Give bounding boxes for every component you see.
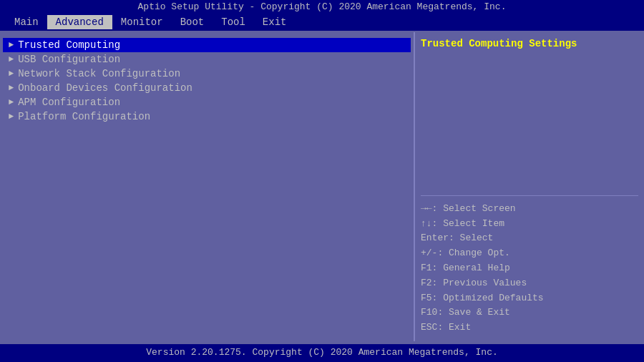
menu-entry-network[interactable]: ► Network Stack Configuration <box>3 67 411 81</box>
entry-label-usb: USB Configuration <box>18 54 120 65</box>
key-help-line-8: F10: Save & Exit <box>421 305 638 321</box>
footer: Version 2.20.1275. Copyright (C) 2020 Am… <box>0 343 644 361</box>
left-panel: ► Trusted Computing ► USB Configuration … <box>0 32 415 341</box>
right-panel: Trusted Computing Settings →←: Select Sc… <box>415 32 644 341</box>
menu-item-boot[interactable]: Boot <box>172 15 213 29</box>
menu-item-main[interactable]: Main <box>6 15 47 29</box>
arrow-icon: ► <box>9 40 14 50</box>
key-help-line-4: +/-: Change Opt. <box>421 246 638 261</box>
entry-label-onboard: Onboard Devices Configuration <box>18 82 192 94</box>
arrow-icon-usb: ► <box>9 54 14 64</box>
right-divider <box>421 195 638 196</box>
menu-entry-platform[interactable]: ► Platform Configuration <box>3 109 411 124</box>
entry-label-trusted: Trusted Computing <box>18 39 120 51</box>
title-bar: Aptio Setup Utility - Copyright (C) 2020… <box>0 0 644 14</box>
menu-item-advanced[interactable]: Advanced <box>47 15 112 29</box>
arrow-icon-apm: ► <box>9 97 14 107</box>
menu-item-exit[interactable]: Exit <box>254 15 296 29</box>
key-help-line-2: ↑↓: Select Item <box>421 217 638 232</box>
arrow-icon-platform: ► <box>9 112 14 122</box>
menu-entry-onboard[interactable]: ► Onboard Devices Configuration <box>3 81 411 95</box>
menu-item-tool[interactable]: Tool <box>213 15 254 29</box>
title-text: Aptio Setup Utility - Copyright (C) 2020… <box>138 1 507 12</box>
entry-label-platform: Platform Configuration <box>18 111 150 122</box>
entry-label-network: Network Stack Configuration <box>18 68 180 79</box>
main-content: ► Trusted Computing ► USB Configuration … <box>0 31 644 343</box>
menu-entry-usb[interactable]: ► USB Configuration <box>3 52 411 67</box>
menu-entry-trusted[interactable]: ► Trusted Computing <box>3 38 411 52</box>
menu-item-monitor[interactable]: Monitor <box>112 15 172 29</box>
key-help-line-7: F5: Optimized Defaults <box>421 291 638 306</box>
arrow-icon-onboard: ► <box>9 83 14 93</box>
key-help-line-3: Enter: Select <box>421 231 638 246</box>
entry-label-apm: APM Configuration <box>18 97 120 108</box>
menu-entry-apm[interactable]: ► APM Configuration <box>3 95 411 109</box>
key-help: →←: Select Screen ↑↓: Select Item Enter:… <box>421 202 638 336</box>
right-panel-description <box>421 55 638 190</box>
menu-bar: Main Advanced Monitor Boot Tool Exit <box>0 14 644 31</box>
key-help-line-1: →←: Select Screen <box>421 202 638 217</box>
arrow-icon-network: ► <box>9 69 14 79</box>
right-panel-title: Trusted Computing Settings <box>421 38 638 49</box>
key-help-line-9: ESC: Exit <box>421 321 638 336</box>
footer-text: Version 2.20.1275. Copyright (C) 2020 Am… <box>146 347 497 358</box>
key-help-line-6: F2: Previous Values <box>421 276 638 291</box>
key-help-line-5: F1: General Help <box>421 261 638 276</box>
